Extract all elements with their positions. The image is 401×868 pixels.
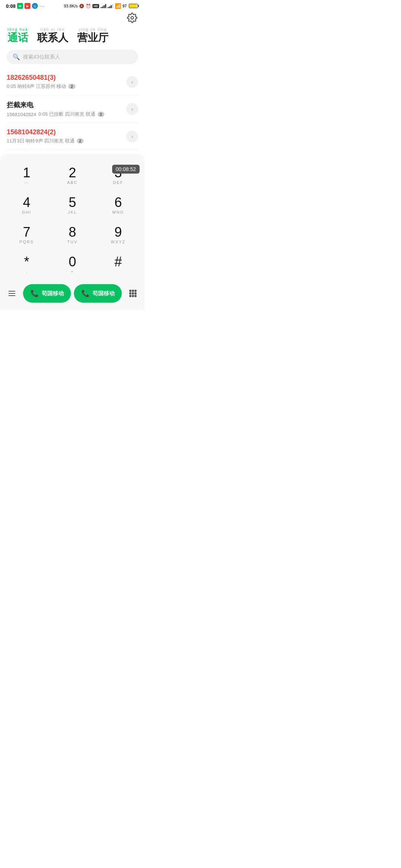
dial-sub-9: WXYZ [111, 240, 125, 245]
dial-sub-0: + [71, 269, 74, 274]
dial-key-star[interactable]: * , [4, 250, 49, 280]
dial-num-8: 8 [69, 226, 76, 239]
dial-num-6: 6 [114, 196, 122, 209]
search-area: 🔍 搜索43位联系人 [0, 46, 145, 69]
call-detail-3: 11月3日 响铃9声 四川南充 联通 2 [7, 138, 126, 144]
dialpad-toggle-button[interactable] [125, 285, 141, 302]
dial-num-star: * [24, 255, 29, 269]
status-right: 93.8K/s 🔕 ⏰ HD 📶 97 [64, 3, 139, 9]
call-btn-label-1: 苟国移动 [42, 290, 64, 297]
dialpad-grid: 1 ◦◦ 2 ABC 3 DEF 00:08:52 4 GHI 5 JKL 6 … [0, 161, 145, 280]
network-speed: 93.8K/s [64, 4, 78, 8]
dial-sub-7: PQRS [19, 240, 34, 245]
wechat-icon: W [17, 3, 23, 9]
dial-key-9[interactable]: 9 WXYZ [95, 220, 141, 250]
battery-level: 97 [123, 4, 127, 8]
hd-badge: HD [92, 4, 99, 8]
svg-rect-8 [135, 293, 136, 294]
call-list: 18262650481(3) 0:05 响铃6声 江苏苏州 移动 2 › 拦截来… [0, 69, 145, 150]
call-badge-2: 2 [98, 112, 104, 117]
call-badge-3: 2 [77, 138, 84, 144]
dial-key-hash[interactable]: # [95, 250, 141, 280]
dial-sub-star: , [26, 269, 27, 274]
call-expand-1[interactable]: › [126, 76, 138, 88]
dial-sub-8: TUV [67, 240, 78, 245]
alarm-icon: ⏰ [86, 4, 91, 9]
search-placeholder: 搜索43位联系人 [23, 54, 60, 60]
call-sub-number-2: 15681042824 [7, 112, 36, 117]
tabs-area: tōng huà 通话 lián xì rén 联系人 yíng yè tīng… [0, 23, 145, 46]
dial-sub-3: DEF [113, 180, 123, 185]
tab-call-pinyin: tōng huà [8, 27, 28, 32]
call-expand-2[interactable]: › [126, 103, 138, 115]
dialpad-container: 1 ◦◦ 2 ABC 3 DEF 00:08:52 4 GHI 5 JKL 6 … [0, 154, 145, 310]
dial-key-7[interactable]: 7 PQRS [4, 220, 49, 250]
call-item-1[interactable]: 18262650481(3) 0:05 响铃6声 江苏苏州 移动 2 › [7, 69, 138, 95]
dial-sub-6: MNO [112, 210, 124, 215]
dial-num-hash: # [114, 255, 122, 269]
call-button-1[interactable]: 📞 苟国移动 [23, 284, 71, 303]
battery-icon [129, 4, 139, 8]
dial-num-7: 7 [23, 226, 30, 239]
call-number-3: 15681042824(2) [7, 128, 126, 136]
call-icon-2: 📞 [81, 289, 89, 297]
menu-button[interactable] [4, 285, 20, 302]
dial-key-6[interactable]: 6 MNO [95, 191, 141, 220]
svg-rect-5 [135, 290, 136, 292]
dial-key-4[interactable]: 4 GHI [4, 191, 49, 220]
call-icon-1: 📞 [30, 289, 39, 297]
dial-sub-2: ABC [67, 180, 78, 185]
call-number-1: 18262650481(3) [7, 74, 126, 82]
dial-num-9: 9 [114, 226, 122, 239]
tab-call-label: 通话 [7, 33, 28, 43]
search-box[interactable]: 🔍 搜索43位联系人 [7, 50, 138, 64]
dial-key-5[interactable]: 5 JKL [49, 191, 95, 220]
call-detail-text-3: 11月3日 响铃9声 四川南充 联通 [7, 138, 75, 144]
call-timer: 00:08:52 [112, 165, 140, 174]
call-detail-1: 0:05 响铃6声 江苏苏州 移动 2 [7, 83, 126, 90]
settings-icon[interactable] [127, 13, 137, 23]
tab-store-pinyin: yíng yè tīng [79, 27, 107, 32]
search-icon: 🔍 [13, 53, 20, 60]
svg-rect-7 [132, 293, 134, 294]
dial-sub-1: ◦◦ [25, 180, 29, 185]
call-content-1: 18262650481(3) 0:05 响铃6声 江苏苏州 移动 2 [7, 74, 126, 90]
dial-key-8[interactable]: 8 TUV [49, 220, 95, 250]
call-content-2: 拦截来电 15681042824 0:05 已挂断 四川南充 联通 2 [7, 101, 126, 118]
call-btn-label-2: 苟国移动 [92, 290, 115, 297]
dial-key-2[interactable]: 2 ABC [49, 161, 95, 191]
dial-sub-5: JKL [68, 210, 77, 215]
status-time: 0:08 [6, 3, 16, 9]
tab-contacts[interactable]: lián xì rén 联系人 [37, 27, 68, 43]
call-detail-2: 15681042824 0:05 已挂断 四川南充 联通 2 [7, 111, 126, 118]
call-button-2[interactable]: 📞 苟国移动 [74, 284, 122, 303]
call-detail-text-2: 0:05 已挂断 四川南充 联通 [39, 111, 95, 118]
dial-num-1: 1 [23, 166, 30, 180]
svg-rect-3 [130, 290, 131, 292]
more-notifications: ··· [39, 3, 45, 9]
dial-key-0[interactable]: 0 + [49, 250, 95, 280]
wifi-icon: 📶 [115, 3, 121, 9]
video-icon: ▶ [25, 3, 30, 9]
call-item-2[interactable]: 拦截来电 15681042824 0:05 已挂断 四川南充 联通 2 › [7, 95, 138, 123]
call-content-3: 15681042824(2) 11月3日 响铃9声 四川南充 联通 2 [7, 128, 126, 144]
dial-key-3[interactable]: 3 DEF 00:08:52 [95, 161, 141, 191]
tab-contacts-label: 联系人 [37, 33, 68, 43]
svg-rect-9 [130, 295, 131, 297]
dial-num-0: 0 [69, 255, 76, 269]
tab-store[interactable]: yíng yè tīng 营业厅 [77, 27, 108, 43]
svg-rect-4 [132, 290, 134, 292]
call-item-3[interactable]: 15681042824(2) 11月3日 响铃9声 四川南充 联通 2 › [7, 123, 138, 150]
svg-rect-6 [130, 293, 131, 294]
dial-key-1[interactable]: 1 ◦◦ [4, 161, 49, 191]
signal2-icon [108, 4, 113, 8]
call-expand-3[interactable]: › [126, 131, 138, 142]
tab-call[interactable]: tōng huà 通话 [7, 27, 28, 43]
tab-store-label: 营业厅 [77, 33, 108, 43]
bottom-bar: 📞 苟国移动 📞 苟国移动 [0, 280, 145, 310]
status-bar: 0:08 W ▶ Q ··· 93.8K/s 🔕 ⏰ HD 📶 97 [0, 0, 145, 10]
silent-icon: 🔕 [79, 4, 84, 9]
call-number-2: 拦截来电 [7, 101, 126, 109]
svg-rect-11 [135, 295, 136, 297]
settings-area [0, 10, 145, 23]
